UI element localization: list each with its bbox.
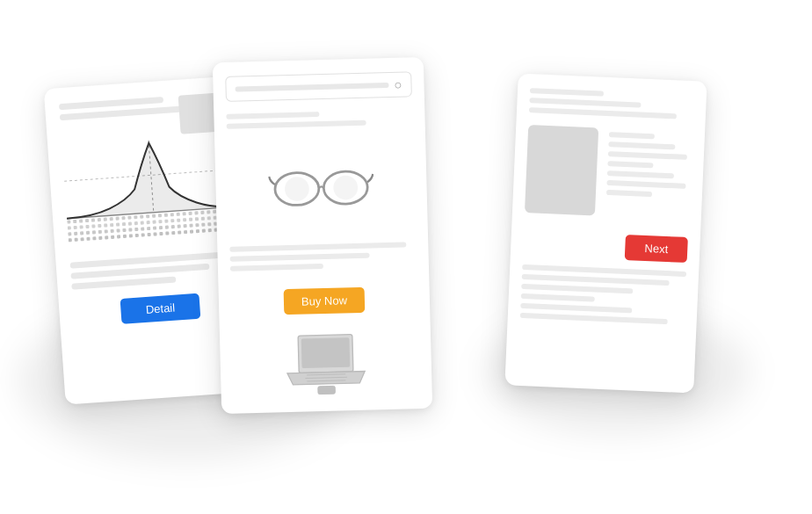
- svg-rect-104: [171, 230, 175, 234]
- product-text-lines: [226, 109, 412, 129]
- info-line: [609, 132, 655, 139]
- svg-rect-105: [178, 230, 181, 234]
- next-button[interactable]: Next: [625, 234, 688, 262]
- svg-rect-0: [67, 220, 70, 223]
- text-line: [521, 283, 633, 293]
- svg-rect-39: [128, 221, 132, 225]
- svg-rect-6: [104, 217, 107, 221]
- buy-now-button[interactable]: Buy Now: [284, 286, 366, 314]
- svg-rect-88: [75, 237, 78, 241]
- svg-rect-37: [116, 222, 120, 226]
- svg-rect-21: [194, 211, 198, 214]
- svg-rect-98: [135, 233, 139, 236]
- svg-rect-42: [147, 221, 150, 224]
- search-bar[interactable]: ○: [225, 71, 412, 102]
- svg-rect-31: [80, 225, 83, 228]
- svg-rect-71: [147, 226, 150, 229]
- svg-rect-68: [128, 228, 132, 231]
- info-line: [607, 161, 653, 168]
- svg-rect-110: [208, 228, 212, 232]
- svg-rect-10: [127, 215, 131, 219]
- svg-rect-11: [134, 215, 137, 219]
- svg-rect-35: [104, 223, 107, 227]
- next-btn-container: Next: [523, 222, 688, 262]
- svg-rect-40: [134, 221, 138, 224]
- svg-rect-44: [158, 220, 162, 223]
- svg-rect-96: [123, 234, 127, 237]
- svg-point-121: [285, 176, 309, 200]
- svg-rect-69: [134, 227, 138, 230]
- svg-rect-3: [85, 218, 89, 221]
- svg-rect-97: [129, 234, 133, 237]
- text-line: [530, 88, 604, 97]
- text-line: [520, 312, 668, 323]
- svg-rect-52: [207, 216, 211, 220]
- svg-rect-76: [178, 224, 181, 228]
- svg-rect-20: [188, 211, 192, 214]
- svg-rect-18: [177, 212, 180, 215]
- svg-rect-106: [184, 229, 187, 233]
- svg-rect-92: [98, 235, 102, 239]
- svg-rect-30: [74, 225, 77, 228]
- text-line: [229, 242, 406, 251]
- svg-rect-75: [171, 225, 175, 228]
- listing-top-lines: [529, 88, 694, 119]
- svg-rect-29: [68, 226, 71, 229]
- text-line: [230, 263, 323, 271]
- svg-rect-87: [69, 238, 72, 242]
- svg-rect-101: [153, 232, 156, 235]
- info-line: [608, 141, 675, 149]
- text-line: [520, 302, 632, 313]
- svg-rect-16: [164, 213, 168, 216]
- detail-button[interactable]: Detail: [120, 293, 200, 323]
- svg-rect-46: [170, 219, 174, 222]
- svg-rect-73: [159, 225, 163, 228]
- info-line: [606, 179, 685, 188]
- svg-rect-13: [146, 214, 149, 218]
- svg-rect-12: [140, 214, 143, 218]
- svg-rect-64: [105, 229, 108, 233]
- glasses-product-image: [227, 134, 416, 236]
- svg-rect-94: [111, 235, 114, 238]
- svg-rect-19: [183, 212, 186, 215]
- svg-rect-51: [201, 216, 205, 220]
- info-line: [606, 189, 652, 196]
- svg-rect-102: [159, 231, 163, 235]
- svg-rect-81: [207, 222, 211, 226]
- text-line: [522, 273, 670, 285]
- svg-rect-100: [148, 232, 151, 235]
- svg-rect-95: [117, 235, 120, 238]
- svg-rect-107: [190, 229, 193, 233]
- laptop-image-area: [232, 322, 420, 406]
- listing-product-block: [525, 125, 692, 220]
- text-line: [227, 119, 366, 128]
- svg-rect-23: [207, 210, 210, 214]
- info-line: [608, 151, 687, 160]
- listing-bottom-lines: [520, 264, 686, 324]
- text-line: [529, 98, 641, 108]
- svg-rect-50: [195, 217, 199, 221]
- svg-rect-9: [121, 216, 125, 220]
- svg-rect-91: [92, 236, 96, 240]
- svg-rect-128: [318, 385, 336, 393]
- svg-rect-48: [183, 218, 186, 221]
- svg-rect-99: [141, 233, 145, 236]
- text-line: [230, 252, 370, 261]
- svg-rect-4: [91, 218, 95, 221]
- card-listing: Next: [504, 73, 707, 393]
- svg-rect-17: [170, 213, 174, 216]
- svg-rect-59: [74, 231, 77, 235]
- svg-point-122: [333, 174, 358, 199]
- svg-rect-22: [200, 210, 204, 214]
- svg-rect-32: [85, 224, 89, 228]
- svg-rect-72: [153, 226, 156, 229]
- svg-rect-70: [141, 227, 144, 230]
- svg-rect-15: [158, 214, 162, 217]
- svg-rect-49: [189, 217, 192, 221]
- svg-rect-43: [152, 220, 156, 223]
- text-line: [226, 112, 319, 119]
- svg-rect-45: [164, 219, 168, 222]
- svg-rect-79: [195, 223, 199, 227]
- svg-rect-90: [86, 236, 90, 240]
- svg-rect-108: [196, 228, 199, 232]
